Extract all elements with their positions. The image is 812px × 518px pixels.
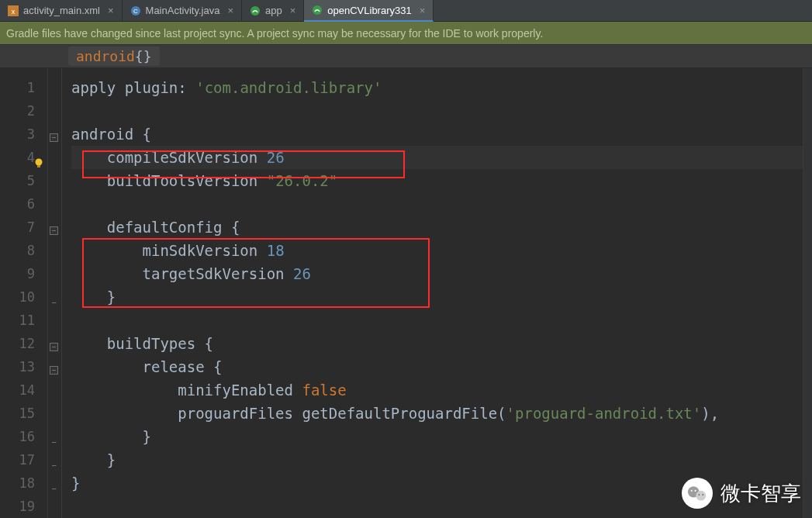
token-str: 'proguard-android.txt'	[506, 402, 702, 425]
fold-cell	[48, 378, 61, 402]
gradle-icon	[312, 5, 323, 16]
token-ident: }	[71, 471, 80, 495]
watermark: 微卡智享	[682, 478, 801, 509]
fold-end-icon: ⎯	[50, 482, 58, 491]
svg-point-6	[36, 159, 43, 166]
token-ident: android	[71, 123, 133, 146]
java-icon: C	[130, 5, 141, 16]
svg-text:C: C	[133, 8, 138, 15]
breadcrumb[interactable]: android{}	[0, 45, 812, 68]
token-ident: }	[107, 448, 116, 471]
line-number: 6	[0, 192, 47, 216]
token-sp	[293, 402, 302, 425]
line-number: 9	[0, 262, 47, 285]
code-line[interactable]	[71, 99, 812, 123]
token-pad	[71, 216, 107, 239]
code-line[interactable]: targetSdkVersion 26	[71, 262, 812, 285]
token-pad	[71, 262, 143, 285]
line-number: 13	[0, 355, 47, 378]
intention-bulb-icon[interactable]	[33, 151, 44, 162]
svg-point-10	[691, 490, 693, 492]
token-ident: release	[143, 355, 205, 378]
code-editor[interactable]: 12345678910111213141516171819 −−⎯−−⎯⎯⎯ a…	[0, 68, 812, 518]
token-kw: false	[302, 378, 346, 402]
fold-end-icon: ⎯	[50, 296, 58, 305]
code-line[interactable]	[71, 309, 812, 332]
fold-toggle-icon[interactable]: −	[50, 366, 58, 375]
token-pad	[71, 378, 178, 402]
close-icon[interactable]: ×	[227, 5, 233, 16]
token-sp	[293, 378, 302, 402]
fold-cell: ⎯	[48, 448, 61, 471]
fold-cell	[48, 99, 61, 123]
token-sp	[195, 332, 204, 355]
close-icon[interactable]: ×	[290, 5, 296, 16]
fold-toggle-icon[interactable]: −	[50, 133, 58, 142]
fold-cell: ⎯	[48, 285, 61, 309]
tab-main-activity[interactable]: C MainActivity.java ×	[123, 0, 242, 21]
tab-app[interactable]: app ×	[242, 0, 304, 21]
token-ident: }	[107, 285, 116, 309]
token-num: 18	[267, 239, 285, 262]
fold-gutter: −−⎯−−⎯⎯⎯	[48, 68, 62, 518]
watermark-text: 微卡智享	[720, 480, 801, 507]
code-line[interactable]	[71, 192, 812, 216]
code-line[interactable]: buildTypes {	[71, 332, 812, 355]
code-line[interactable]: buildToolsVersion "26.0.2"	[71, 169, 812, 192]
code-line[interactable]: minSdkVersion 18	[71, 239, 812, 262]
code-line[interactable]: defaultConfig {	[71, 216, 812, 239]
fold-cell: −	[48, 332, 61, 355]
fold-cell	[48, 76, 61, 99]
breadcrumb-braces: {}	[135, 48, 152, 64]
svg-point-9	[696, 491, 706, 501]
sync-message: Gradle files have changed since last pro…	[6, 27, 543, 40]
token-pad	[71, 448, 107, 471]
token-ident: {	[213, 355, 222, 378]
gradle-sync-banner[interactable]: Gradle files have changed since last pro…	[0, 22, 812, 45]
token-ident: :	[178, 76, 195, 99]
breadcrumb-crumb[interactable]: android{}	[68, 47, 160, 66]
fold-cell	[48, 262, 61, 285]
svg-point-12	[699, 494, 700, 496]
line-number: 11	[0, 309, 47, 332]
tab-label: MainActivity.java	[146, 5, 220, 16]
code-line[interactable]: android {	[71, 123, 812, 146]
line-number: 17	[0, 448, 47, 471]
token-pad	[71, 169, 107, 192]
close-icon[interactable]: ×	[108, 5, 114, 16]
code-line[interactable]: minifyEnabled false	[71, 378, 812, 402]
fold-end-icon: ⎯	[50, 459, 58, 468]
token-sp	[257, 146, 266, 169]
token-ident: plugin	[125, 76, 178, 99]
fold-cell: −	[48, 216, 61, 239]
token-sp	[257, 169, 266, 192]
line-number: 5	[0, 169, 47, 192]
code-line[interactable]: }	[71, 448, 812, 471]
editor-tabs: x activity_main.xml × C MainActivity.jav…	[0, 0, 812, 22]
line-number: 8	[0, 239, 47, 262]
tab-opencvlibrary[interactable]: openCVLibrary331 ×	[304, 0, 434, 22]
svg-point-11	[694, 490, 696, 492]
analysis-gutter	[803, 68, 812, 518]
close-icon[interactable]: ×	[420, 5, 426, 16]
code-line[interactable]: proguardFiles getDefaultProguardFile('pr…	[71, 402, 812, 425]
fold-toggle-icon[interactable]: −	[50, 343, 58, 351]
wechat-icon	[682, 478, 713, 509]
token-ident: compileSdkVersion	[107, 146, 257, 169]
fold-end-icon: ⎯	[50, 436, 58, 444]
code-line[interactable]: }	[71, 285, 812, 309]
token-ident: apply	[71, 76, 116, 99]
line-number: 14	[0, 378, 47, 402]
tab-label: activity_main.xml	[23, 5, 100, 16]
fold-toggle-icon[interactable]: −	[50, 226, 58, 235]
line-number: 15	[0, 402, 47, 425]
code-line[interactable]: compileSdkVersion 26	[71, 146, 812, 169]
token-pad	[71, 355, 143, 378]
code-area[interactable]: apply plugin: 'com.android.library'andro…	[62, 68, 812, 518]
tab-activity-main[interactable]: x activity_main.xml ×	[0, 0, 123, 21]
token-str: 'com.android.library'	[195, 76, 382, 99]
code-line[interactable]: }	[71, 425, 812, 448]
token-sp	[133, 123, 142, 146]
code-line[interactable]: release {	[71, 355, 812, 378]
code-line[interactable]: apply plugin: 'com.android.library'	[71, 76, 812, 99]
